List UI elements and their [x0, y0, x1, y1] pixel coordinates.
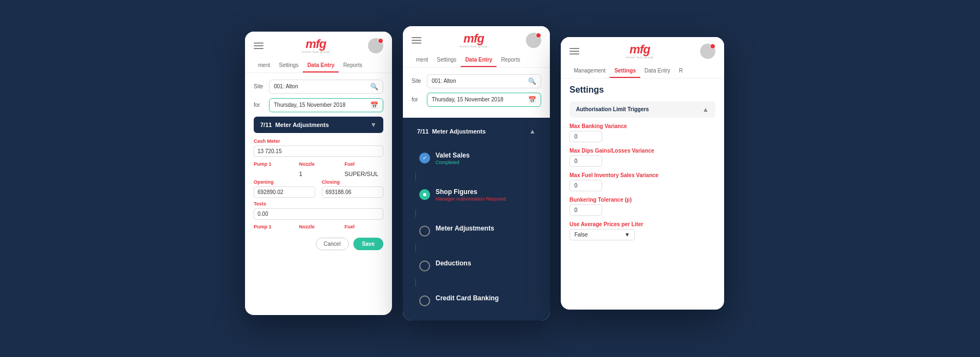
- date-input-card1[interactable]: Thursday, 15 November 2018 📅: [269, 98, 383, 112]
- section-badge-card2: 7/11: [417, 128, 428, 135]
- accordion-title-auth: Authorisation Limit Triggers: [576, 106, 649, 112]
- card3-nav-tabs: Management Settings Data Entry R: [569, 64, 715, 78]
- wf-name-ccbanking: Credit Card Banking: [436, 294, 534, 302]
- section-title-card2: Meter Adjustments: [432, 128, 486, 135]
- section-header-left-card1: 7/11 Meter Adjustments: [260, 122, 329, 128]
- accordion-header-auth[interactable]: Authorisation Limit Triggers ▲: [569, 101, 715, 118]
- setting-value-2[interactable]: 0: [569, 180, 602, 191]
- chevron-up-icon-card3: ▲: [702, 106, 709, 113]
- tab-management-card1[interactable]: ment: [254, 59, 274, 72]
- card2-header: mfg motor fuel group ment Settings Data …: [403, 26, 550, 68]
- section-header-card1[interactable]: 7/11 Meter Adjustments ▼: [254, 117, 383, 133]
- site-row-card1: Site 001: Alton 🔍: [254, 80, 383, 94]
- wf-name-shop: Shop Figures: [436, 188, 534, 196]
- card1-body: Site 001: Alton 🔍 for Thursday, 15 Novem…: [245, 73, 392, 257]
- workflow-item-ccbanking[interactable]: Credit Card Banking: [411, 288, 542, 313]
- wf-status-shop: Manager Authorisation Required: [436, 196, 534, 202]
- setting-value-1[interactable]: 0: [569, 155, 602, 167]
- card-workflow: mfg motor fuel group ment Settings Data …: [403, 26, 550, 320]
- nozzleb-col: Nozzle: [299, 224, 338, 231]
- workflow-item-deductions[interactable]: Deductions: [411, 253, 542, 278]
- date-input-card2[interactable]: Thursday, 15 November 2018 📅: [427, 93, 541, 107]
- cancel-button[interactable]: Cancel: [316, 238, 349, 250]
- tab-dataentry-card1[interactable]: Data Entry: [303, 59, 339, 72]
- for-label-card2: for: [412, 96, 422, 102]
- section-header-card2[interactable]: 7/11 Meter Adjustments ▲: [411, 123, 542, 140]
- opening-input[interactable]: 692890.02: [254, 186, 315, 198]
- workflow-item-shop-figures[interactable]: Shop Figures Manager Authorisation Requi…: [411, 181, 542, 208]
- setting-label-1: Max Dips Gains/Losses Variance: [569, 148, 715, 154]
- tab-settings-card1[interactable]: Settings: [274, 59, 303, 72]
- setting-label-3: Bunkering Tolerance (p): [569, 197, 715, 203]
- search-icon-card1[interactable]: 🔍: [370, 83, 378, 90]
- pump1b-row: Pump 1 Nozzle Fuel: [254, 224, 383, 231]
- for-label-card1: for: [254, 102, 265, 108]
- pump1-row: Pump 1 Nozzle 1 Fuel SUPER/SUL: [254, 161, 383, 179]
- card1-header-top: mfg motor fuel group: [254, 38, 383, 53]
- workflow-item-valet-sales[interactable]: ✓ Valet Sales Completed: [411, 145, 542, 172]
- avg-price-select[interactable]: False ▼: [569, 229, 635, 240]
- date-row-card1: for Thursday, 15 November 2018 📅: [254, 98, 383, 112]
- tab-management-card2[interactable]: ment: [412, 53, 432, 67]
- nozzle-label: Nozzle: [299, 161, 338, 167]
- setting-value-0[interactable]: 0: [569, 131, 602, 142]
- cash-meter-input[interactable]: 13 720.15: [254, 146, 383, 157]
- setting-value-3[interactable]: 0: [569, 204, 602, 216]
- wf-name-deductions: Deductions: [436, 259, 534, 267]
- avatar-card1: [368, 38, 383, 53]
- card3-header-top: mfg motor fuel group: [569, 44, 715, 59]
- cash-meter-label: Cash Meter: [254, 138, 383, 144]
- closing-label: Closing: [322, 179, 383, 185]
- fuelb-col: Fuel: [345, 224, 383, 231]
- tab-reports-card3[interactable]: R: [675, 64, 687, 78]
- pump1-label: Pump 1: [254, 161, 292, 167]
- card-data-entry: mfg motor fuel group ment Settings Data …: [245, 32, 392, 315]
- closing-col: Closing 693188.06: [322, 179, 383, 198]
- opening-col: Opening 692890.02: [254, 179, 315, 198]
- closing-input[interactable]: 693188.06: [322, 186, 383, 198]
- wf-info-deductions: Deductions: [436, 259, 534, 267]
- workflow-item-meter-adj[interactable]: Meter Adjustments: [411, 218, 542, 243]
- tab-management-card3[interactable]: Management: [569, 64, 610, 78]
- settings-page-title: Settings: [569, 85, 715, 95]
- mfg-logo-card3: mfg motor fuel group: [626, 44, 654, 59]
- tab-settings-card3[interactable]: Settings: [610, 64, 640, 78]
- site-value-card2: 001: Alton: [432, 78, 456, 84]
- logo-text-card1: mfg: [305, 38, 326, 50]
- tests-input[interactable]: 0.00: [254, 208, 383, 220]
- wf-name-valet: Valet Sales: [436, 152, 534, 159]
- calendar-icon-card1[interactable]: 📅: [370, 101, 378, 109]
- tab-settings-card2[interactable]: Settings: [432, 53, 461, 67]
- site-input-card1[interactable]: 001: Alton 🔍: [269, 80, 383, 94]
- chevron-down-icon-card1: ▼: [370, 121, 377, 129]
- fuel-label: Fuel: [345, 161, 383, 167]
- hamburger-icon-card2[interactable]: [412, 37, 421, 44]
- wf-status-valet: Completed: [436, 160, 534, 165]
- wf-divider-3: [415, 244, 416, 252]
- site-input-card2[interactable]: 001: Alton 🔍: [427, 74, 541, 88]
- save-button[interactable]: Save: [353, 238, 383, 250]
- tab-dataentry-card3[interactable]: Data Entry: [640, 64, 675, 78]
- tab-reports-card1[interactable]: Reports: [339, 59, 366, 72]
- calendar-icon-card2[interactable]: 📅: [528, 96, 536, 104]
- nozzle-col: Nozzle 1: [299, 161, 338, 179]
- nozzleb-label: Nozzle: [299, 224, 338, 229]
- tab-reports-card2[interactable]: Reports: [497, 53, 524, 67]
- wf-divider-2: [415, 209, 416, 217]
- wf-marker-ccbanking: [419, 295, 430, 306]
- hamburger-icon-card3[interactable]: [569, 48, 579, 55]
- site-value-card1: 001: Alton: [274, 83, 298, 89]
- card1-nav-tabs: ment Settings Data Entry Reports: [254, 59, 383, 72]
- date-value-card2: Thursday, 15 November 2018: [432, 96, 504, 102]
- card2-body: Site 001: Alton 🔍 for Thursday, 15 Novem…: [403, 68, 550, 118]
- fuel-col: Fuel SUPER/SUL: [345, 161, 383, 179]
- setting-avg-price: Use Average Prices per Liter False ▼: [569, 221, 715, 240]
- setting-bunkering: Bunkering Tolerance (p) 0: [569, 197, 715, 216]
- tab-dataentry-card2[interactable]: Data Entry: [461, 53, 497, 67]
- mfg-logo-card1: mfg motor fuel group: [302, 38, 330, 53]
- search-icon-card2[interactable]: 🔍: [528, 77, 536, 85]
- hamburger-icon[interactable]: [254, 43, 264, 49]
- logo-text-card2: mfg: [463, 33, 483, 45]
- wf-marker-deductions: [419, 261, 430, 271]
- logo-sub-card1: motor fuel group: [302, 50, 330, 53]
